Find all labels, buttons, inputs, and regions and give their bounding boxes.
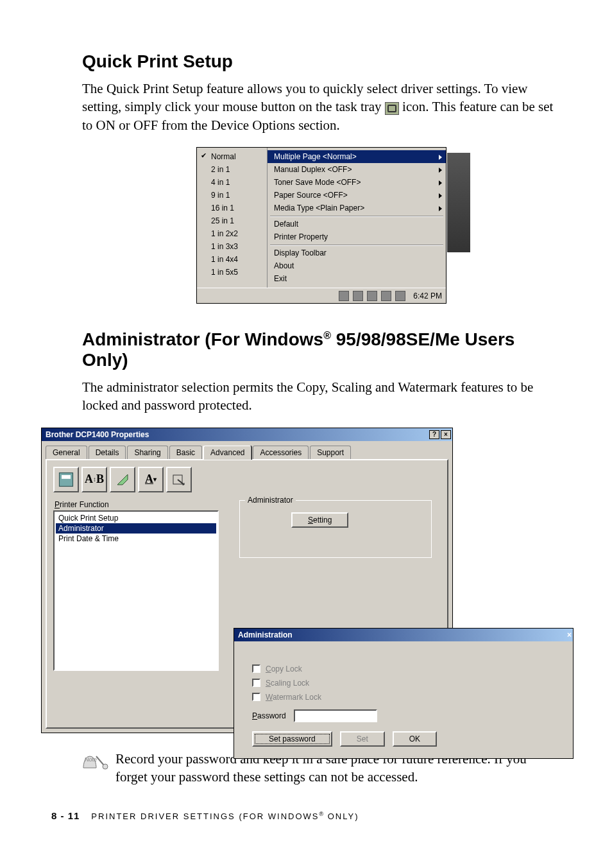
menu-item[interactable]: Display Toolbar: [268, 247, 446, 259]
quick-print-menu: Normal 2 in 1 4 in 1 9 in 1 16 in 1 25 i…: [196, 147, 446, 304]
tab-accessories[interactable]: Accessories: [253, 446, 309, 460]
list-item[interactable]: Print Date & Time: [56, 534, 216, 544]
svg-rect-0: [60, 473, 73, 486]
tab-sharing[interactable]: Sharing: [127, 446, 167, 460]
note-icon: Note: [82, 750, 109, 773]
toolbar-icon-4[interactable]: A▾: [138, 467, 164, 492]
chapter-title: PRINTER DRIVER SETTINGS (FOR WINDOWS® ON…: [91, 811, 359, 821]
menu-item[interactable]: Multiple Page <Normal>: [268, 150, 446, 163]
taskbar-tray: 6:42 PM: [197, 288, 446, 303]
menu-item[interactable]: Printer Property: [268, 230, 446, 243]
tray-printer-icon[interactable]: [395, 291, 405, 301]
set-password-button[interactable]: Set password: [252, 731, 332, 747]
checkbox-label: Scaling Lock: [266, 679, 309, 688]
administration-dialog: Administration × Copy Lock Copy Lock Sca…: [234, 628, 574, 759]
menu-item[interactable]: 1 in 2x2: [197, 227, 267, 240]
heading-quick-print-setup: Quick Print Setup: [82, 51, 561, 72]
help-button[interactable]: ?: [429, 430, 439, 439]
menu-item[interactable]: Normal: [197, 150, 267, 163]
paragraph-qps: The Quick Print Setup feature allows you…: [82, 80, 561, 134]
separator: [270, 245, 443, 245]
text: ONLY): [324, 812, 359, 821]
menu-item[interactable]: Media Type <Plain Paper>: [268, 202, 446, 214]
tab-general[interactable]: General: [46, 446, 87, 460]
tray-clock: 6:42 PM: [409, 291, 442, 300]
menu-item[interactable]: Paper Source <OFF>: [268, 189, 446, 202]
toolbar-icon-5[interactable]: [166, 467, 192, 492]
toolbar-icon-3[interactable]: [110, 467, 135, 492]
page-footer: 8 - 11 PRINTER DRIVER SETTINGS (FOR WIND…: [51, 810, 561, 821]
menu-item[interactable]: 1 in 5x5: [197, 266, 267, 279]
menu-item[interactable]: About: [268, 259, 446, 272]
window-title: Brother DCP1400 Properties: [46, 430, 149, 439]
text: Administrator (For Windows: [82, 329, 323, 349]
qps-right-list: Multiple Page <Normal> Manual Duplex <OF…: [268, 148, 446, 288]
heading-administrator: Administrator (For Windows® 95/98/98SE/M…: [82, 329, 561, 370]
tray-icon[interactable]: [381, 291, 391, 301]
page-number: 8 - 11: [51, 810, 80, 821]
checkbox-icon: [252, 693, 260, 701]
copy-lock-checkbox[interactable]: Copy Lock Copy Lock: [252, 664, 555, 673]
scaling-lock-checkbox[interactable]: Scaling Lock Scaling Lock: [252, 679, 555, 688]
toolbar-icon-2[interactable]: A↕B: [81, 467, 107, 492]
close-button[interactable]: ×: [567, 630, 572, 639]
password-field[interactable]: [294, 709, 377, 722]
menu-item[interactable]: 1 in 4x4: [197, 253, 267, 266]
qps-left-list: Normal 2 in 1 4 in 1 9 in 1 16 in 1 25 i…: [197, 148, 268, 288]
tray-icon[interactable]: [353, 291, 363, 301]
text: PRINTER DRIVER SETTINGS (FOR WINDOWS: [91, 812, 319, 821]
menu-item[interactable]: 16 in 1: [197, 202, 267, 214]
svg-rect-1: [62, 475, 71, 479]
toolbar-icon-1[interactable]: [53, 467, 79, 492]
checkbox-icon: [252, 679, 260, 687]
ok-button[interactable]: OK: [393, 731, 437, 747]
menu-item[interactable]: Toner Save Mode <OFF>: [268, 176, 446, 189]
list-item[interactable]: Quick Print Setup: [56, 513, 216, 523]
tray-printer-icon: [385, 102, 399, 115]
registered-mark: ®: [323, 330, 331, 341]
menu-item[interactable]: Manual Duplex <OFF>: [268, 163, 446, 176]
printer-function-list[interactable]: Quick Print Setup Administrator Print Da…: [53, 510, 219, 671]
set-button[interactable]: Set: [340, 731, 385, 747]
group-title: Administrator: [245, 496, 296, 505]
tab-bar: General Details Sharing Basic Advanced A…: [42, 441, 452, 459]
menu-item[interactable]: 2 in 1: [197, 163, 267, 176]
menu-item[interactable]: 1 in 3x3: [197, 240, 267, 253]
svg-point-3: [103, 764, 108, 769]
tab-basic[interactable]: Basic: [169, 446, 202, 460]
checkbox-label: Watermark Lock: [266, 693, 321, 702]
watermark-lock-checkbox[interactable]: Watermark Lock Watermark Lock: [252, 693, 555, 702]
tray-icon[interactable]: [367, 291, 377, 301]
registered-mark: ®: [319, 811, 324, 817]
paragraph-admin: The administrator selection permits the …: [82, 378, 561, 415]
menu-item[interactable]: Default: [268, 218, 446, 230]
tab-support[interactable]: Support: [310, 446, 351, 460]
tab-details[interactable]: Details: [89, 446, 126, 460]
administrator-group: Administrator Setting Setting: [239, 500, 432, 558]
menu-item[interactable]: 9 in 1: [197, 189, 267, 202]
password-label: Password: [252, 711, 286, 720]
menu-item[interactable]: 25 in 1: [197, 214, 267, 227]
titlebar: Administration ×: [234, 629, 573, 641]
menu-item[interactable]: 4 in 1: [197, 176, 267, 189]
separator: [270, 216, 443, 216]
setting-button[interactable]: Setting: [291, 512, 348, 528]
checkbox-icon: [252, 664, 260, 673]
tray-icon[interactable]: [339, 291, 349, 301]
menu-item[interactable]: Exit: [268, 272, 446, 285]
tab-advanced[interactable]: Advanced: [203, 446, 251, 460]
list-item[interactable]: Administrator: [56, 523, 216, 534]
titlebar: Brother DCP1400 Properties ? ×: [42, 428, 452, 441]
close-button[interactable]: ×: [441, 430, 451, 439]
window-title: Administration: [238, 630, 293, 639]
checkbox-label: Copy Lock: [266, 664, 302, 673]
note-badge-text: Note: [85, 756, 97, 763]
